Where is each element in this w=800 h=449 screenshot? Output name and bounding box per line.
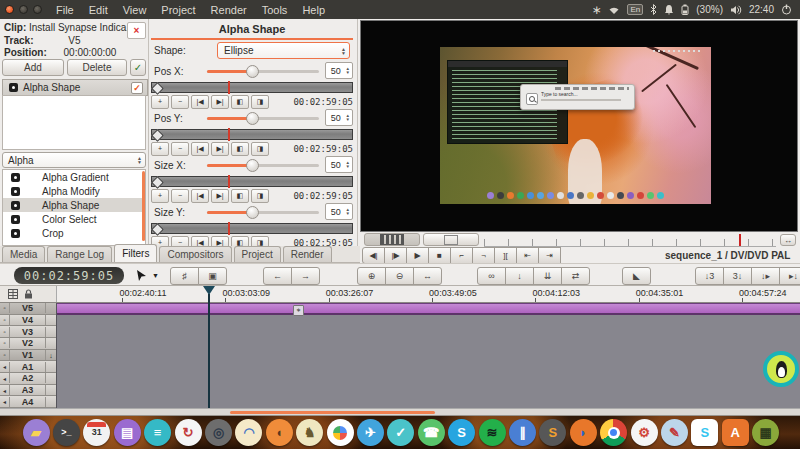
delete-keyframe-button[interactable]: − [171, 95, 189, 109]
add-keyframe-button[interactable]: + [151, 142, 169, 156]
spinbox-arrows-icon[interactable]: ▲▼ [346, 67, 352, 75]
monitor-fit-button[interactable]: ↔ [780, 234, 796, 246]
redo-button[interactable]: → [291, 267, 320, 285]
track-head-v5[interactable]: ▫V5 [0, 303, 56, 315]
window-minimize-button[interactable] [19, 5, 28, 14]
filter-list-item[interactable]: Alpha Shape [3, 198, 145, 212]
dock-flowblade-icon[interactable]: ▦ [752, 419, 779, 446]
dock-files-icon[interactable]: ▰ [23, 419, 50, 446]
append-clip-button[interactable]: ▸↓ [779, 267, 800, 285]
keyframe-after-button[interactable]: ◨ [251, 142, 269, 156]
keyboard-layout-indicator[interactable]: En [627, 4, 643, 15]
delete-keyframe-button[interactable]: − [171, 142, 189, 156]
next-keyframe-button[interactable]: ▶| [211, 236, 229, 247]
track-head-v1[interactable]: ▫V1↓ [0, 350, 56, 362]
dock-settings-toggles-icon[interactable]: ⚙ [631, 419, 658, 446]
next-frame-button[interactable]: |▶ [384, 247, 407, 264]
track-head-v2[interactable]: ▫V2 [0, 338, 56, 350]
tab-render[interactable]: Render [283, 246, 332, 262]
overwrite-range-button[interactable]: ↓3 [695, 267, 724, 285]
param-slider[interactable] [207, 117, 319, 120]
tool-dropdown-caret[interactable]: ▼ [152, 272, 159, 279]
zoom-in-button[interactable]: ⊕ [357, 267, 386, 285]
slider-handle[interactable] [246, 206, 259, 219]
dock-document-viewer-icon[interactable]: ▤ [114, 419, 141, 446]
battery-icon[interactable] [681, 4, 689, 15]
spinbox-arrows-icon[interactable]: ▲▼ [346, 208, 352, 216]
keyframe-diamond-icon[interactable] [151, 82, 164, 95]
track-head-v4[interactable]: ▫V4 [0, 315, 56, 327]
pointer-tool-icon[interactable] [136, 269, 148, 282]
tab-compositors[interactable]: Compositors [159, 246, 231, 262]
clock-label[interactable]: 22:40 [749, 4, 774, 15]
timeline-view-button[interactable] [364, 233, 420, 246]
menu-file[interactable]: File [56, 4, 74, 16]
keyframe-before-button[interactable]: ◧ [231, 142, 249, 156]
mark-out-button[interactable]: ¬ [472, 247, 495, 264]
filter-active-checkbox[interactable]: ✓ [131, 82, 143, 94]
dock-photos-icon[interactable] [327, 419, 354, 446]
dock-screenshot-icon[interactable]: ◎ [205, 419, 232, 446]
splice-out-button[interactable]: ∞ [477, 267, 506, 285]
zoom-fit-button[interactable]: ↔ [413, 267, 442, 285]
close-clip-button[interactable]: × [127, 22, 146, 39]
delete-filter-button[interactable]: Delete [67, 59, 127, 76]
delete-keyframe-button[interactable]: − [171, 189, 189, 203]
keyframe-after-button[interactable]: ◨ [251, 236, 269, 247]
slider-handle[interactable] [246, 65, 259, 78]
dock-telegram-icon[interactable]: ✈ [357, 419, 384, 446]
filter-list-scrollbar[interactable] [142, 171, 145, 241]
filter-category-dropdown[interactable]: Alpha ▲▼ [2, 152, 146, 168]
prev-keyframe-button[interactable]: |◀ [191, 95, 209, 109]
dock-pen-icon[interactable]: ✎ [661, 419, 688, 446]
dock-chrome-icon[interactable] [600, 419, 627, 446]
param-spinbox[interactable]: 50 ▲▼ [325, 62, 353, 79]
keyframe-before-button[interactable]: ◧ [231, 236, 249, 247]
filter-list-item[interactable]: Color Select [3, 212, 145, 226]
track-head-a2[interactable]: ◂A2 [0, 373, 56, 385]
prev-keyframe-button[interactable]: |◀ [191, 189, 209, 203]
dock-slack-icon[interactable]: S [691, 419, 718, 446]
dock-terminal-icon[interactable]: >_ [53, 419, 80, 446]
dock-weather-icon[interactable]: ◠ [235, 419, 262, 446]
track-head-a4[interactable]: ◂A4 [0, 396, 56, 408]
dock-skype-icon[interactable]: S [448, 419, 475, 446]
to-mark-in-button[interactable]: ⇤ [516, 247, 539, 264]
next-keyframe-button[interactable]: ▶| [211, 189, 229, 203]
toggle-all-filters-button[interactable]: ✓ [130, 59, 146, 76]
timeline-hscrollbar[interactable] [0, 408, 800, 416]
mark-in-button[interactable]: ⌐ [450, 247, 473, 264]
image-monitor-button[interactable]: ▣ [198, 267, 227, 285]
clip-view-button[interactable] [423, 233, 479, 246]
add-keyframe-button[interactable]: + [151, 189, 169, 203]
lift-button[interactable]: ↓ [505, 267, 534, 285]
clear-marks-button[interactable]: ][ [494, 247, 517, 264]
keyframe-before-button[interactable]: ◧ [231, 95, 249, 109]
filter-settings-button[interactable]: ♯ [170, 267, 199, 285]
filter-list-item[interactable]: Crop [3, 226, 145, 240]
indicator-icon[interactable]: ∗ [591, 3, 601, 17]
delete-keyframe-button[interactable]: − [171, 236, 189, 247]
param-slider[interactable] [207, 70, 319, 73]
tab-media[interactable]: Media [2, 246, 45, 262]
keyframe-bar[interactable] [151, 176, 353, 187]
param-spinbox[interactable]: 50 ▲▼ [325, 156, 353, 173]
prev-keyframe-button[interactable]: |◀ [191, 236, 209, 247]
dock-spotify-icon[interactable]: ≋ [479, 419, 506, 446]
wifi-icon[interactable] [608, 5, 620, 15]
tab-project[interactable]: Project [234, 246, 281, 262]
dock-software-store-icon[interactable]: A [722, 419, 749, 446]
shape-dropdown[interactable]: Ellipse ▲▼ [217, 42, 350, 59]
keyframe-after-button[interactable]: ◨ [251, 189, 269, 203]
bluetooth-icon[interactable] [650, 4, 657, 15]
window-maximize-button[interactable] [33, 5, 42, 14]
keyframe-diamond-icon[interactable] [151, 176, 164, 189]
spinbox-arrows-icon[interactable]: ▲▼ [346, 114, 352, 122]
track-head-a1[interactable]: ◂A1 [0, 361, 56, 373]
timeline-clip[interactable]: ∗ [57, 303, 800, 315]
spinbox-arrows-icon[interactable]: ▲▼ [346, 161, 352, 169]
dock-gimp-icon[interactable]: ◖ [266, 419, 293, 446]
param-spinbox[interactable]: 50 ▲▼ [325, 203, 353, 220]
param-slider[interactable] [207, 164, 319, 167]
add-keyframe-button[interactable]: + [151, 95, 169, 109]
